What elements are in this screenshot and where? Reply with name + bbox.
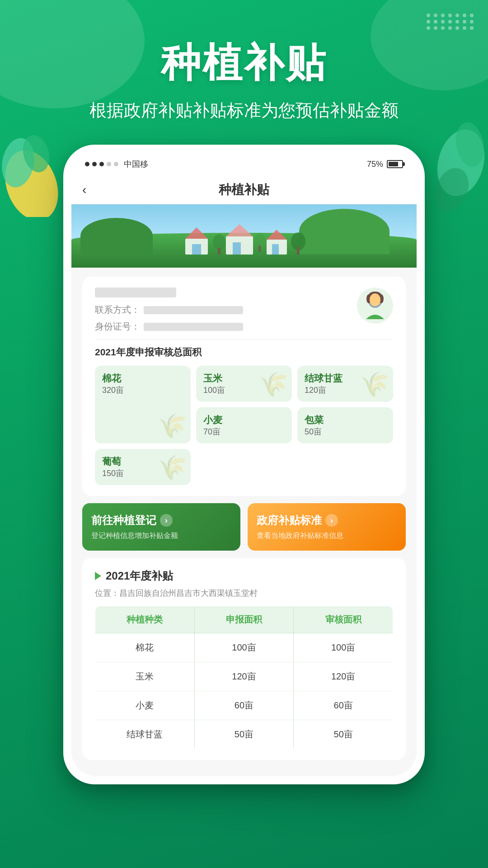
location-prefix: 位置： [95,589,119,598]
crop-area-grape: 150亩 [102,469,124,478]
nav-bar: ‹ 种植补贴 [71,175,417,204]
crop-area-wheat: 70亩 [203,427,221,436]
svg-rect-11 [233,242,241,255]
leaf-decoration-left [0,127,63,217]
table-row: 玉米120亩120亩 [95,662,393,691]
main-title: 种植补贴 [0,36,488,90]
crop-icon-cotton: 🌾 [158,412,187,440]
crop-card-corn: 玉米 100亩 🌾 [196,366,292,402]
crop-card-grape: 葡萄 150亩 🌾 [95,449,191,485]
standard-arrow: › [325,514,338,527]
sub-title: 根据政府补贴补贴标准为您预估补贴金额 [0,99,488,122]
subsidy-card: 2021年度补贴 位置：昌吉回族自治州昌吉市大西渠镇玉堂村 种植种类 申报面积 … [82,558,406,760]
divider [95,339,393,340]
hero-image [71,204,417,268]
carrier-text: 中国移 [124,159,148,170]
contact-blur [144,306,243,314]
standard-button[interactable]: 政府补贴标准 › 查看当地政府补贴标准信息 [248,503,406,551]
leaf-decoration-right [429,118,488,217]
crop-icon-grape: 🌾 [158,454,187,481]
location-value: 昌吉回族自治州昌吉市大西渠镇玉堂村 [119,589,258,598]
table-cell-3-2: 50亩 [294,720,393,749]
standard-subtitle: 查看当地政府补贴标准信息 [257,531,397,541]
crop-grid: 棉花 320亩 🌾 玉米 100亩 🌾 结球甘蓝 [95,366,393,485]
hero-hill2 [299,209,389,254]
crop-name-cotton: 棉花 [102,372,183,385]
table-cell-2-1: 60亩 [194,691,294,720]
signal-dot-4 [107,162,111,166]
crop-icon-corn: 🌾 [259,371,288,398]
contact-row: 联系方式： [95,304,393,316]
table-row: 结球甘蓝50亩50亩 [95,720,393,749]
id-row: 身份证号： [95,321,393,333]
table-cell-1-1: 120亩 [194,662,294,691]
id-label: 身份证号： [95,321,140,333]
register-title: 前往种植登记 › [91,513,231,528]
back-button[interactable]: ‹ [82,183,86,197]
svg-marker-10 [226,224,253,236]
hero-hill1 [80,218,153,254]
table-header-type: 种植种类 [95,606,195,633]
triangle-icon [95,572,101,580]
subsidy-title: 2021年度补贴 [106,569,173,583]
table-cell-3-0: 结球甘蓝 [95,720,195,749]
user-avatar [357,288,393,324]
subsidy-header: 2021年度补贴 [95,569,393,583]
svg-rect-8 [192,244,201,255]
id-blur [144,323,243,331]
table-cell-3-1: 50亩 [194,720,294,749]
crops-section-label: 2021年度申报审核总面积 [95,346,393,359]
dots-decoration [427,14,474,30]
phone-inner: 中国移 75% ‹ 种植补贴 [71,153,417,776]
battery-percentage: 75% [367,160,383,169]
register-button[interactable]: 前往种植登记 › 登记种植信息增加补贴金额 [82,503,240,551]
status-bar-right: 75% [367,160,403,169]
status-bar-left: 中国移 [85,159,148,170]
crop-card-pakchoi: 包菜 50亩 [297,407,393,443]
register-subtitle: 登记种植信息增加补贴金额 [91,531,231,541]
svg-rect-16 [218,248,221,255]
table-cell-2-2: 60亩 [294,691,393,720]
user-card: 联系方式： 身份证号： [82,277,406,496]
subsidy-table: 种植种类 申报面积 审核面积 棉花100亩100亩玉米120亩120亩小麦60亩… [95,606,393,749]
table-cell-0-1: 100亩 [194,633,294,662]
signal-dot-5 [114,162,118,166]
table-cell-1-0: 玉米 [95,662,195,691]
svg-rect-18 [258,245,261,252]
table-header-declared: 申报面积 [194,606,294,633]
header-section: 种植补贴 根据政府补贴补贴标准为您预估补贴金额 [0,36,488,122]
crop-card-wheat: 小麦 70亩 [196,407,292,443]
crop-card-cabbage: 结球甘蓝 120亩 🌾 [297,366,393,402]
svg-point-26 [370,293,380,306]
table-header-audited: 审核面积 [294,606,393,633]
svg-rect-14 [272,244,279,255]
crop-area-pakchoi: 50亩 [305,427,322,436]
standard-title: 政府补贴标准 › [257,513,397,528]
table-cell-0-2: 100亩 [294,633,393,662]
crop-area-corn: 100亩 [203,386,225,395]
svg-marker-7 [185,227,208,239]
crop-card-cotton: 棉花 320亩 🌾 [95,366,191,443]
battery-icon [387,160,403,168]
crop-area-cotton: 320亩 [102,386,124,395]
crop-name-wheat: 小麦 [203,414,285,426]
status-bar: 中国移 75% [71,153,417,175]
svg-marker-13 [267,230,287,240]
table-cell-0-0: 棉花 [95,633,195,662]
table-cell-1-2: 120亩 [294,662,393,691]
table-cell-2-0: 小麦 [95,691,195,720]
contact-label: 联系方式： [95,304,140,316]
phone-mockup: 中国移 75% ‹ 种植补贴 [63,145,425,784]
table-row: 小麦60亩60亩 [95,691,393,720]
action-row: 前往种植登记 › 登记种植信息增加补贴金额 政府补贴标准 › 查看当地政府补贴标… [82,503,406,551]
signal-dot-3 [99,162,104,166]
crop-name-pakchoi: 包菜 [305,414,386,426]
crop-area-cabbage: 120亩 [305,386,326,395]
signal-dot-2 [92,162,97,166]
phone-outer: 中国移 75% ‹ 种植补贴 [63,145,425,784]
battery-fill [389,162,398,166]
nav-title: 种植补贴 [219,181,269,198]
signal-dot-1 [85,162,89,166]
content-area: 联系方式： 身份证号： [71,268,417,776]
table-row: 棉花100亩100亩 [95,633,393,662]
